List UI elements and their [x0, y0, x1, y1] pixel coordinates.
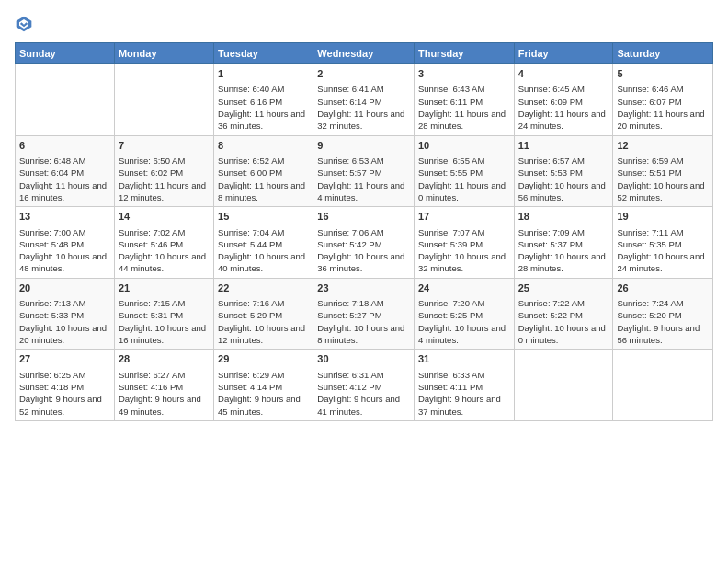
- sunrise: Sunrise: 7:04 AM: [218, 227, 284, 237]
- sunrise: Sunrise: 7:02 AM: [119, 227, 185, 237]
- day-number: 31: [418, 352, 510, 366]
- calendar-cell: 24Sunrise: 7:20 AMSunset: 5:25 PMDayligh…: [414, 278, 514, 350]
- calendar-cell: [114, 64, 213, 136]
- sunrise: Sunrise: 6:50 AM: [119, 155, 185, 166]
- daylight: Daylight: 10 hours and 36 minutes.: [317, 251, 404, 273]
- calendar-cell: 15Sunrise: 7:04 AMSunset: 5:44 PMDayligh…: [214, 207, 313, 279]
- day-header-monday: Monday: [114, 43, 213, 64]
- daylight: Daylight: 10 hours and 56 minutes.: [518, 180, 606, 202]
- daylight: Daylight: 11 hours and 8 minutes.: [218, 180, 305, 202]
- sunrise: Sunrise: 6:27 AM: [119, 370, 185, 380]
- sunset: Sunset: 5:33 PM: [19, 310, 84, 320]
- daylight: Daylight: 10 hours and 52 minutes.: [617, 180, 704, 202]
- week-row-5: 27Sunrise: 6:25 AMSunset: 4:18 PMDayligh…: [16, 350, 713, 421]
- day-number: 22: [218, 282, 309, 295]
- day-number: 27: [19, 352, 110, 366]
- sunrise: Sunrise: 7:22 AM: [518, 298, 585, 308]
- sunset: Sunset: 5:42 PM: [317, 239, 381, 249]
- calendar-cell: 1Sunrise: 6:40 AMSunset: 6:16 PMDaylight…: [214, 64, 313, 136]
- daylight: Daylight: 10 hours and 0 minutes.: [518, 323, 606, 345]
- day-number: 30: [317, 352, 410, 366]
- calendar-cell: 26Sunrise: 7:24 AMSunset: 5:20 PMDayligh…: [613, 278, 713, 350]
- calendar-cell: 25Sunrise: 7:22 AMSunset: 5:22 PMDayligh…: [514, 278, 613, 350]
- day-number: 19: [617, 210, 709, 224]
- sunset: Sunset: 6:11 PM: [418, 97, 483, 107]
- sunrise: Sunrise: 7:06 AM: [317, 227, 383, 237]
- sunset: Sunset: 6:04 PM: [19, 167, 84, 178]
- calendar-cell: 23Sunrise: 7:18 AMSunset: 5:27 PMDayligh…: [313, 278, 415, 350]
- calendar-cell: 16Sunrise: 7:06 AMSunset: 5:42 PMDayligh…: [313, 207, 415, 279]
- header: [15, 15, 713, 33]
- sunset: Sunset: 6:02 PM: [119, 167, 183, 178]
- sunset: Sunset: 6:09 PM: [518, 97, 583, 107]
- daylight: Daylight: 10 hours and 8 minutes.: [317, 323, 404, 345]
- sunrise: Sunrise: 6:29 AM: [218, 370, 284, 380]
- sunrise: Sunrise: 6:59 AM: [617, 155, 683, 166]
- sunset: Sunset: 5:51 PM: [617, 167, 681, 178]
- daylight: Daylight: 9 hours and 41 minutes.: [317, 394, 400, 416]
- sunrise: Sunrise: 6:55 AM: [418, 155, 484, 166]
- daylight: Daylight: 10 hours and 16 minutes.: [119, 323, 206, 345]
- calendar-cell: 2Sunrise: 6:41 AMSunset: 6:14 PMDaylight…: [313, 64, 415, 136]
- daylight: Daylight: 10 hours and 28 minutes.: [518, 251, 606, 273]
- calendar-cell: 11Sunrise: 6:57 AMSunset: 5:53 PMDayligh…: [514, 135, 613, 207]
- sunset: Sunset: 5:27 PM: [317, 310, 381, 320]
- sunset: Sunset: 4:11 PM: [418, 382, 483, 392]
- sunrise: Sunrise: 6:45 AM: [518, 84, 585, 94]
- day-number: 14: [119, 210, 210, 224]
- day-header-tuesday: Tuesday: [214, 43, 313, 64]
- daylight: Daylight: 10 hours and 20 minutes.: [19, 323, 107, 345]
- calendar-table: SundayMondayTuesdayWednesdayThursdayFrid…: [15, 42, 713, 421]
- daylight: Daylight: 10 hours and 44 minutes.: [119, 251, 206, 273]
- daylight: Daylight: 10 hours and 32 minutes.: [418, 251, 506, 273]
- sunrise: Sunrise: 6:25 AM: [19, 370, 85, 380]
- day-number: 17: [418, 210, 510, 224]
- day-header-saturday: Saturday: [613, 43, 713, 64]
- calendar-cell: 30Sunrise: 6:31 AMSunset: 4:12 PMDayligh…: [313, 350, 415, 421]
- sunset: Sunset: 5:35 PM: [617, 239, 681, 249]
- daylight: Daylight: 11 hours and 4 minutes.: [317, 180, 404, 202]
- sunrise: Sunrise: 6:57 AM: [518, 155, 585, 166]
- sunrise: Sunrise: 7:13 AM: [19, 298, 85, 308]
- calendar-cell: 21Sunrise: 7:15 AMSunset: 5:31 PMDayligh…: [114, 278, 213, 350]
- page-container: SundayMondayTuesdayWednesdayThursdayFrid…: [0, 0, 728, 429]
- daylight: Daylight: 9 hours and 49 minutes.: [119, 394, 201, 416]
- week-row-1: 1Sunrise: 6:40 AMSunset: 6:16 PMDaylight…: [16, 64, 713, 136]
- calendar-cell: 19Sunrise: 7:11 AMSunset: 5:35 PMDayligh…: [613, 207, 713, 279]
- daylight: Daylight: 9 hours and 37 minutes.: [418, 394, 501, 416]
- daylight: Daylight: 11 hours and 24 minutes.: [518, 109, 606, 131]
- sunset: Sunset: 5:22 PM: [518, 310, 583, 320]
- day-number: 11: [518, 139, 609, 153]
- calendar-cell: 17Sunrise: 7:07 AMSunset: 5:39 PMDayligh…: [414, 207, 514, 279]
- calendar-cell: 5Sunrise: 6:46 AMSunset: 6:07 PMDaylight…: [613, 64, 713, 136]
- day-number: 12: [617, 139, 709, 153]
- sunrise: Sunrise: 7:18 AM: [317, 298, 383, 308]
- day-number: 25: [518, 282, 609, 295]
- calendar-cell: 12Sunrise: 6:59 AMSunset: 5:51 PMDayligh…: [613, 135, 713, 207]
- calendar-cell: 13Sunrise: 7:00 AMSunset: 5:48 PMDayligh…: [16, 207, 115, 279]
- sunrise: Sunrise: 6:31 AM: [317, 370, 383, 380]
- day-number: 23: [317, 282, 410, 295]
- calendar-cell: 3Sunrise: 6:43 AMSunset: 6:11 PMDaylight…: [414, 64, 514, 136]
- day-number: 6: [19, 139, 110, 153]
- sunrise: Sunrise: 6:43 AM: [418, 84, 484, 94]
- sunset: Sunset: 6:00 PM: [218, 167, 282, 178]
- day-header-thursday: Thursday: [414, 43, 514, 64]
- daylight: Daylight: 11 hours and 20 minutes.: [617, 109, 704, 131]
- calendar-cell: [514, 350, 613, 421]
- day-header-sunday: Sunday: [16, 43, 115, 64]
- day-number: 2: [317, 67, 410, 81]
- calendar-cell: [16, 64, 115, 136]
- week-row-2: 6Sunrise: 6:48 AMSunset: 6:04 PMDaylight…: [16, 135, 713, 207]
- logo-icon: [15, 15, 33, 33]
- calendar-cell: 6Sunrise: 6:48 AMSunset: 6:04 PMDaylight…: [16, 135, 115, 207]
- sunrise: Sunrise: 6:48 AM: [19, 155, 85, 166]
- day-number: 4: [518, 67, 609, 81]
- week-row-4: 20Sunrise: 7:13 AMSunset: 5:33 PMDayligh…: [16, 278, 713, 350]
- day-number: 20: [19, 282, 110, 295]
- sunset: Sunset: 5:44 PM: [218, 239, 282, 249]
- calendar-cell: 31Sunrise: 6:33 AMSunset: 4:11 PMDayligh…: [414, 350, 514, 421]
- day-number: 15: [218, 210, 309, 224]
- sunset: Sunset: 5:48 PM: [19, 239, 84, 249]
- header-row: SundayMondayTuesdayWednesdayThursdayFrid…: [16, 43, 713, 64]
